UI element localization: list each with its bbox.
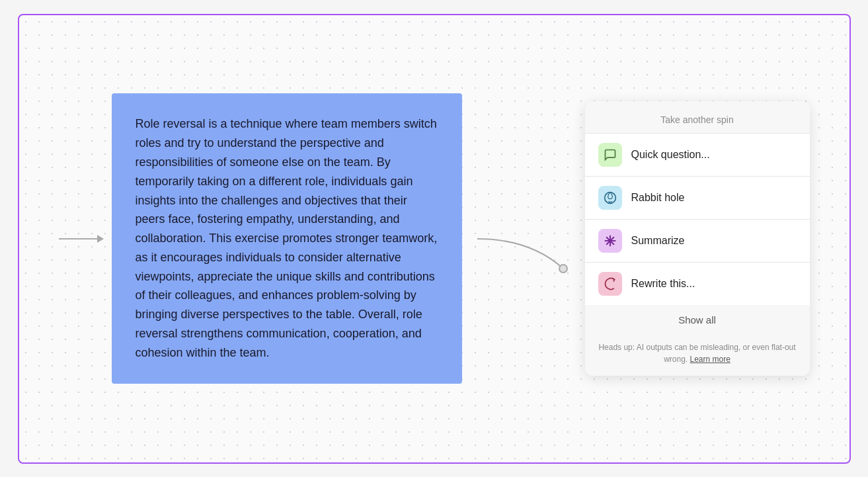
popup-title: Take another spin xyxy=(585,114,810,125)
content-text: Role reversal is a technique where team … xyxy=(136,114,438,362)
main-frame: Role reversal is a technique where team … xyxy=(18,14,851,464)
quick-question-item[interactable]: Quick question... xyxy=(585,133,810,176)
svg-point-0 xyxy=(559,265,567,273)
quick-question-label: Quick question... xyxy=(631,149,710,161)
rabbit-hole-icon xyxy=(598,186,622,210)
summarize-label: Summarize xyxy=(631,235,685,247)
rabbit-hole-item[interactable]: Rabbit hole xyxy=(585,176,810,219)
rewrite-label: Rewrite this... xyxy=(631,278,695,290)
content-card: Role reversal is a technique where team … xyxy=(112,93,462,383)
disclaimer-text: Heads up: AI outputs can be misleading, … xyxy=(585,335,810,365)
rabbit-hole-label: Rabbit hole xyxy=(631,192,685,204)
popup-panel: Take another spin Quick question... Rabb… xyxy=(585,101,810,376)
rewrite-item[interactable]: Rewrite this... xyxy=(585,262,810,305)
left-arrow xyxy=(59,238,99,239)
connector-svg xyxy=(471,166,590,312)
learn-more-link[interactable]: Learn more xyxy=(690,355,730,364)
summarize-icon xyxy=(598,229,622,253)
summarize-item[interactable]: Summarize xyxy=(585,219,810,262)
rewrite-icon xyxy=(598,272,622,296)
show-all-button[interactable]: Show all xyxy=(585,305,810,335)
chat-icon xyxy=(598,143,622,167)
svg-point-1 xyxy=(604,193,615,204)
